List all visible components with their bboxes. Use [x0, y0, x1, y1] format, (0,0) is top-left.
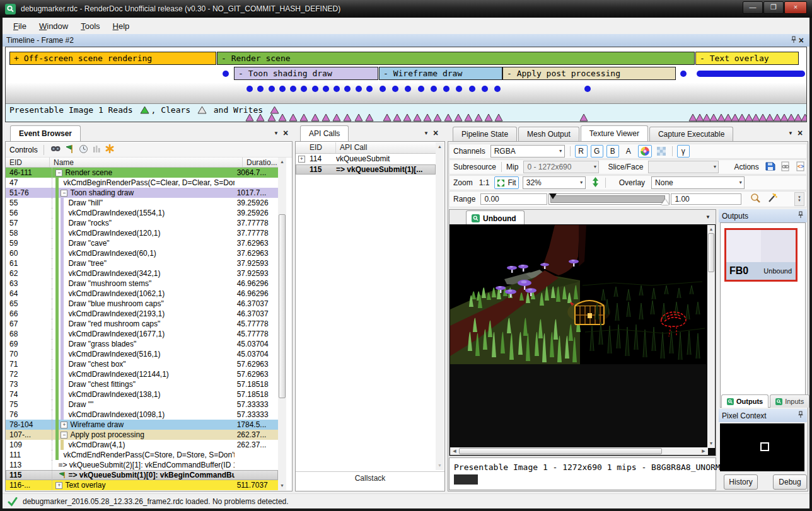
maximize-button[interactable]: ❐	[763, 1, 784, 14]
timeline-marker-bar[interactable]: + Off-screen scene rendering	[9, 52, 216, 65]
texture-vscroll[interactable]: ▲ ▼	[707, 225, 715, 448]
save-texture-icon[interactable]	[765, 161, 775, 173]
tab-api-calls[interactable]: API Calls	[300, 125, 349, 141]
event-row[interactable]: 58 vkCmdDrawIndexed(120,1) 37.77778	[6, 228, 278, 238]
open-link-icon[interactable]	[780, 161, 791, 173]
row-expander[interactable]: −	[61, 190, 67, 197]
panel-close-icon[interactable]: ×	[281, 130, 290, 136]
menu-item-tools[interactable]: Tools	[75, 20, 105, 33]
write-marker[interactable]	[444, 113, 453, 122]
write-marker[interactable]	[423, 113, 432, 122]
menu-item-help[interactable]: Help	[107, 20, 136, 33]
event-row[interactable]: 55 Draw "hill" 39.25926	[6, 198, 278, 208]
range-max-input[interactable]: 1.00	[671, 193, 741, 205]
event-row[interactable]: 66 vkCmdDrawIndexed(2193,1) 46.37037	[6, 309, 278, 319]
write-marker[interactable]	[413, 113, 422, 122]
event-row[interactable]: 116-... +Text overlay 511.7037	[6, 480, 278, 490]
row-expander[interactable]: +	[61, 422, 67, 428]
draw-dot-run[interactable]	[697, 71, 805, 77]
channel-alpha-toggle[interactable]: A	[622, 145, 635, 158]
texture-list-dropdown-icon[interactable]: ▼	[703, 214, 713, 220]
panel-close-icon[interactable]: ×	[431, 130, 440, 136]
draw-dot[interactable]	[482, 86, 488, 92]
gamma-toggle[interactable]: γ	[677, 145, 690, 158]
debug-button[interactable]: Debug	[773, 474, 807, 490]
alpha-checkerboard-toggle[interactable]	[654, 145, 668, 158]
timeline-marker-bar[interactable]: - Render scene	[217, 52, 695, 65]
draw-dot[interactable]	[494, 86, 501, 92]
time-durations-icon[interactable]	[79, 144, 88, 156]
slice-face-select[interactable]: ▼	[648, 161, 719, 173]
event-row[interactable]: 71 Draw "chest box" 57.62963	[6, 359, 278, 369]
menu-item-file[interactable]: File	[8, 20, 32, 33]
write-marker[interactable]	[393, 113, 402, 122]
range-slider[interactable]	[548, 193, 670, 205]
write-marker[interactable]	[289, 113, 298, 122]
tab-outputs[interactable]: Outputs	[721, 394, 768, 408]
panel-menu-icon[interactable]: ▼	[271, 130, 281, 136]
event-row[interactable]: 59 Draw "cave" 37.62963	[6, 238, 278, 248]
event-row[interactable]: 63 Draw "mushroom stems" 46.96296	[6, 278, 278, 289]
event-row[interactable]: 75 Draw "" 57.33333	[6, 399, 278, 410]
find-event-icon[interactable]	[50, 144, 61, 155]
tab-unbound-texture[interactable]: Unbound	[466, 210, 525, 226]
panel-menu-icon[interactable]: ▼	[421, 130, 431, 136]
goto-resource-icon[interactable]: <>	[796, 161, 806, 173]
write-marker[interactable]	[354, 113, 363, 122]
callstack-label[interactable]: Callstack	[296, 474, 444, 483]
event-row[interactable]: 46-111 −Render scene 3064.7...	[6, 168, 278, 178]
pin-icon[interactable]	[798, 211, 804, 221]
history-button[interactable]: History	[724, 474, 758, 490]
zoom-fit-button[interactable]: Fit	[494, 176, 518, 189]
channel-red-toggle[interactable]: R	[575, 145, 588, 158]
draw-dot[interactable]	[380, 86, 386, 92]
timeline-marker-bar[interactable]: - Text overlay	[695, 52, 799, 65]
range-white-point-handle[interactable]	[661, 199, 669, 205]
write-marker[interactable]	[332, 113, 341, 122]
event-row[interactable]: 115 => vkQueueSubmit(1)[0]: vkBeginComma…	[6, 470, 278, 480]
flip-vertical-icon[interactable]	[592, 177, 599, 189]
tab-pipeline-state[interactable]: Pipeline State	[453, 127, 517, 141]
event-row[interactable]: 47 vkCmdBeginRenderPass(C=Clear, D=Clear…	[6, 178, 278, 188]
pixel-context-view[interactable]	[720, 423, 804, 471]
event-row[interactable]: 72 vkCmdDrawIndexed(12144,1) 57.62963	[6, 369, 278, 379]
event-row[interactable]: 76 vkCmdDrawIndexed(1098,1) 57.33333	[6, 410, 278, 420]
timeline-marker-bar[interactable]: - Wireframe draw	[379, 67, 502, 80]
row-expander[interactable]: −	[61, 432, 67, 439]
write-marker[interactable]	[299, 113, 308, 122]
event-row[interactable]: 61 Draw "tree" 37.92593	[6, 258, 278, 268]
pixel-context-header[interactable]: Pixel Context	[719, 409, 807, 422]
draw-dot[interactable]	[312, 86, 318, 92]
write-marker[interactable]	[494, 113, 503, 122]
event-row[interactable]: 62 vkCmdDrawIndexed(342,1) 37.92593	[6, 268, 278, 278]
api-calls-columns[interactable]: EID API Call	[296, 142, 436, 154]
fb0-thumbnail[interactable]: FB0 Unbound	[724, 228, 798, 282]
write-marker[interactable]	[433, 113, 442, 122]
color-wheel-toggle[interactable]	[638, 145, 652, 158]
write-marker[interactable]	[311, 113, 320, 122]
api-call-row[interactable]: 115 => vkQueueSubmit(1)[...	[296, 164, 436, 175]
event-row[interactable]: 51-76 −Toon shading draw 1017.7...	[6, 188, 278, 198]
draw-dot[interactable]	[431, 86, 437, 92]
jump-to-event-icon[interactable]	[65, 144, 75, 156]
write-marker[interactable]	[343, 113, 352, 122]
write-marker[interactable]	[801, 113, 807, 122]
channels-select[interactable]: RGBA▼	[490, 145, 565, 158]
write-marker[interactable]	[454, 113, 463, 122]
pin-icon[interactable]	[798, 411, 804, 420]
api-calls-scrollbar[interactable]: ▲ ▼	[436, 142, 444, 470]
tab-texture-viewer[interactable]: Texture Viewer	[581, 125, 648, 141]
event-browser-scrollbar[interactable]: ▲ ▼	[278, 158, 286, 490]
tab-mesh-output[interactable]: Mesh Output	[518, 127, 579, 141]
draw-dot[interactable]	[366, 86, 373, 92]
write-marker[interactable]	[579, 113, 588, 122]
write-marker[interactable]	[474, 113, 483, 122]
write-marker[interactable]	[365, 113, 374, 122]
row-expander[interactable]: −	[55, 169, 62, 176]
close-button[interactable]: ×	[784, 1, 807, 14]
outputs-header[interactable]: Outputs	[719, 209, 807, 222]
tab-capture-executable[interactable]: Capture Executable	[649, 127, 733, 141]
event-row[interactable]: 69 Draw "grass blades" 45.03704	[6, 339, 278, 349]
draw-dot[interactable]	[356, 86, 362, 92]
row-expander[interactable]: +	[298, 156, 305, 163]
